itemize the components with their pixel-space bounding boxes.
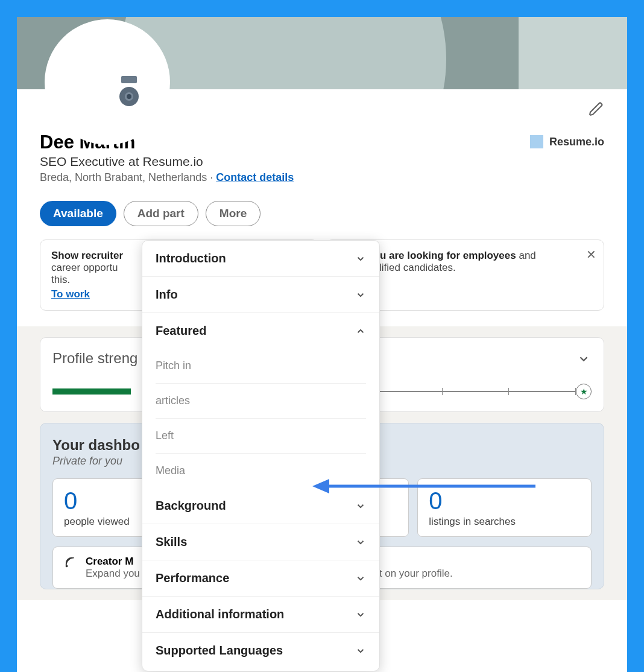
dd-label: Performance bbox=[156, 571, 229, 585]
dd-introduction[interactable]: Introduction bbox=[142, 241, 379, 277]
chevron-down-icon bbox=[355, 501, 366, 512]
star-icon: ★ bbox=[576, 384, 592, 399]
chevron-down-icon bbox=[355, 645, 366, 656]
chevron-down-icon bbox=[355, 290, 366, 300]
svg-point-1 bbox=[66, 565, 68, 568]
add-part-button[interactable]: Add part bbox=[124, 201, 198, 226]
card-text-tail: and bbox=[516, 250, 536, 261]
dd-featured[interactable]: Featured bbox=[142, 313, 379, 349]
stat-search-appearances[interactable]: 0 listings in searches bbox=[417, 478, 592, 537]
dd-label: Info bbox=[156, 288, 178, 302]
dd-sub-articles[interactable]: articles bbox=[156, 384, 366, 419]
contact-details-link[interactable]: Contact details bbox=[216, 171, 294, 183]
add-section-dropdown: Introduction Info Featured Pitch in arti… bbox=[142, 240, 380, 671]
separator: · bbox=[210, 171, 213, 183]
chevron-down-icon bbox=[355, 573, 366, 584]
dd-background[interactable]: Background bbox=[142, 488, 379, 524]
avatar-upload[interactable] bbox=[47, 22, 168, 142]
more-button[interactable]: More bbox=[206, 201, 260, 226]
card-text: this. bbox=[51, 274, 70, 285]
card-bold: Show recruiter bbox=[51, 250, 123, 261]
dd-label: Introduction bbox=[156, 252, 226, 265]
satellite-icon bbox=[64, 556, 77, 569]
dd-label: Background bbox=[156, 499, 226, 513]
profile-headline: SEO Executive at Resume.io bbox=[40, 154, 294, 169]
current-company[interactable]: Resume.io bbox=[530, 135, 604, 148]
chevron-up-icon bbox=[355, 326, 366, 337]
dd-skills[interactable]: Skills bbox=[142, 524, 379, 560]
available-button[interactable]: Available bbox=[40, 201, 116, 226]
to-work-link[interactable]: To work bbox=[51, 288, 90, 300]
dd-sub-media[interactable]: Media bbox=[156, 454, 366, 488]
chevron-down-icon bbox=[355, 537, 366, 548]
dd-info[interactable]: Info bbox=[142, 277, 379, 313]
company-logo-icon bbox=[530, 135, 543, 148]
dd-additional-info[interactable]: Additional information bbox=[142, 597, 379, 633]
dd-label: Supported Languages bbox=[156, 644, 283, 658]
dd-sub-left[interactable]: Left bbox=[156, 419, 366, 454]
dd-label: Additional information bbox=[156, 607, 284, 621]
dd-sub-pitch-in[interactable]: Pitch in bbox=[156, 349, 366, 384]
dd-label: Featured bbox=[156, 324, 206, 338]
card-text: career opportu bbox=[51, 262, 118, 273]
stat-number: 0 bbox=[429, 487, 580, 515]
dd-label: Skills bbox=[156, 535, 187, 549]
company-name: Resume.io bbox=[549, 136, 604, 148]
dd-performance[interactable]: Performance bbox=[142, 560, 379, 597]
close-icon[interactable]: ✕ bbox=[586, 247, 596, 262]
edit-icon[interactable] bbox=[589, 101, 604, 117]
creator-desc: Expand you bbox=[86, 568, 140, 579]
profile-strength-title: Profile streng bbox=[52, 350, 137, 366]
stat-label: listings in searches bbox=[429, 516, 580, 528]
chevron-down-icon bbox=[355, 253, 366, 264]
location-text: Breda, North Brabant, Netherlands bbox=[40, 171, 207, 183]
dd-supported-languages[interactable]: Supported Languages bbox=[142, 633, 379, 668]
location-row: Breda, North Brabant, Netherlands · Cont… bbox=[40, 171, 294, 184]
chevron-down-icon[interactable] bbox=[577, 352, 590, 366]
creator-title: Creator M bbox=[86, 556, 133, 567]
chevron-down-icon bbox=[355, 609, 366, 620]
